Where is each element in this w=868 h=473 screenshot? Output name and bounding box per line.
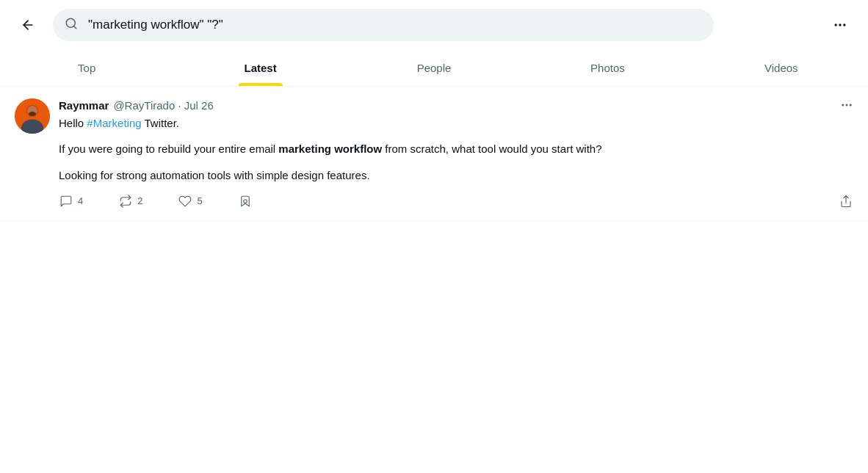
display-name: Raymmar <box>59 99 109 112</box>
share-icon <box>839 194 853 209</box>
tweet-more-button[interactable] <box>840 98 853 112</box>
bookmark-action[interactable] <box>238 194 253 209</box>
search-icon <box>65 17 78 33</box>
tab-people[interactable]: People <box>347 50 521 86</box>
handle: @RayTirado <box>113 99 175 112</box>
tweet-line-2: If you were going to rebuild your entire… <box>59 140 853 157</box>
search-input[interactable]: "marketing workflow" "?" <box>53 9 714 41</box>
tab-top[interactable]: Top <box>0 50 173 86</box>
retweet-action[interactable]: 2 <box>118 194 142 209</box>
header: "marketing workflow" "?" <box>0 0 868 50</box>
bookmark-icon <box>238 194 253 209</box>
reply-action[interactable]: 4 <box>59 194 83 209</box>
tab-videos[interactable]: Videos <box>695 50 868 86</box>
svg-point-5 <box>843 24 845 26</box>
retweet-icon <box>118 194 133 209</box>
tweet-text: Hello #Marketing Twitter. If you were go… <box>59 115 853 184</box>
reply-count: 4 <box>78 195 83 206</box>
tab-photos[interactable]: Photos <box>521 50 694 86</box>
like-icon <box>178 194 192 209</box>
svg-point-13 <box>23 120 42 133</box>
bold-marketing-workflow: marketing workflow <box>278 142 382 155</box>
tweet-body: Raymmar @RayTirado · Jul 26 Hello #Marke… <box>59 98 853 209</box>
tweet-header: Raymmar @RayTirado · Jul 26 <box>59 98 853 112</box>
svg-point-15 <box>29 112 36 116</box>
tweet-user-info: Raymmar @RayTirado · Jul 26 <box>59 99 214 112</box>
tabs-nav: Top Latest People Photos Videos <box>0 50 868 87</box>
avatar[interactable] <box>15 98 50 134</box>
svg-point-18 <box>850 104 852 106</box>
tweet-item: Raymmar @RayTirado · Jul 26 Hello #Marke… <box>0 87 868 221</box>
tab-latest[interactable]: Latest <box>173 50 347 86</box>
back-button[interactable] <box>15 12 41 38</box>
tweet-actions: 4 2 <box>59 194 853 209</box>
retweet-count: 2 <box>137 195 142 206</box>
svg-point-4 <box>839 24 841 26</box>
hashtag-marketing[interactable]: #Marketing <box>87 117 141 129</box>
svg-point-16 <box>842 104 844 106</box>
svg-point-17 <box>846 104 848 106</box>
tweet-line-3: Looking for strong automation tools with… <box>59 167 853 184</box>
tweet-line-1: Hello #Marketing Twitter. <box>59 115 853 131</box>
like-action[interactable]: 5 <box>178 194 202 209</box>
reply-icon <box>59 194 73 209</box>
handle-date: @RayTirado · Jul 26 <box>113 99 213 112</box>
search-bar-wrapper: "marketing workflow" "?" <box>53 9 714 41</box>
like-count: 5 <box>197 195 202 206</box>
svg-point-3 <box>835 24 837 26</box>
svg-point-19 <box>243 200 247 203</box>
svg-line-2 <box>73 26 76 28</box>
share-action[interactable] <box>839 194 853 209</box>
more-button[interactable] <box>827 12 853 38</box>
date: · Jul 26 <box>178 99 213 112</box>
